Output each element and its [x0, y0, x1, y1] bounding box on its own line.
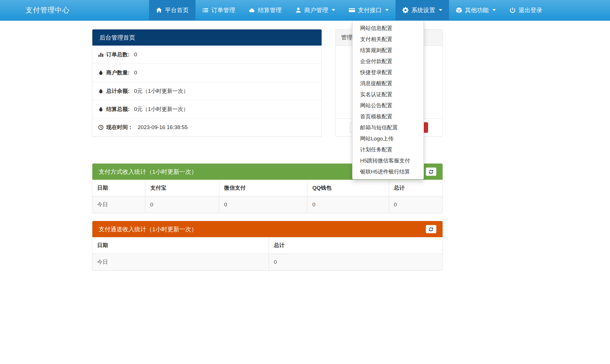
nav-item-label: 其他功能: [465, 6, 489, 14]
admin-info-panel-title: 管理: [341, 34, 352, 41]
refresh-icon: [429, 227, 433, 232]
cell-date: 今日: [92, 196, 145, 213]
nav-item-label: 支付接口: [358, 6, 382, 14]
nav-item-payment-interface[interactable]: 支付接口: [342, 0, 396, 20]
stat-value: 0: [134, 70, 137, 76]
admin-home-panel: 后台管理首页 订单总数: 0 商户数量: 0 总计余额: 0元（1小时更新一次）: [92, 29, 322, 137]
nav-item-logout[interactable]: 退出登录: [503, 0, 549, 20]
payment-channel-income-table: 日期 总计 今日 0: [92, 237, 443, 270]
cloud-icon: [249, 7, 255, 13]
droplet-icon: [98, 106, 104, 112]
gear-icon: [402, 7, 409, 13]
column-header-total: 总计: [269, 237, 443, 254]
caret-down-icon: [385, 9, 389, 11]
list-icon: [202, 7, 209, 13]
stat-row-settlement-total: 结算总额: 0元（1小时更新一次）: [92, 100, 322, 118]
dropdown-item-home-template[interactable]: 首页模板配置: [352, 111, 424, 122]
stat-row-order-total: 订单总数: 0: [92, 46, 322, 63]
stat-label: 商户数量:: [106, 69, 129, 76]
nav-item-label: 结算管理: [258, 6, 282, 14]
stat-label: 结算总额:: [106, 106, 129, 113]
caret-down-icon: [492, 9, 496, 11]
clock-icon: [98, 125, 104, 130]
credit-card-icon: [349, 7, 355, 13]
power-icon: [509, 7, 516, 13]
admin-stats-list: 订单总数: 0 商户数量: 0 总计余额: 0元（1小时更新一次） 结算总额: …: [92, 46, 322, 136]
bar-chart-icon: [98, 52, 104, 57]
column-header-wechat-pay: 微信支付: [219, 180, 307, 196]
nav-item-platform-home[interactable]: 平台首页: [149, 0, 195, 20]
stat-value: 0元（1小时更新一次）: [134, 87, 188, 95]
nav-item-merchant-management[interactable]: 商户管理: [288, 0, 342, 20]
cell-date: 今日: [92, 254, 269, 271]
droplet-icon: [98, 70, 104, 76]
user-icon: [295, 7, 301, 13]
payment-method-income-title: 支付方式收入统计（1小时更新一次）: [99, 168, 197, 176]
stat-row-current-time: 现在时间： 2023-09-16 16:38:55: [92, 118, 322, 136]
stat-value: 0: [134, 52, 137, 58]
cell-alipay: 0: [145, 196, 219, 213]
dropdown-item-cron-tasks[interactable]: 计划任务配置: [352, 144, 424, 155]
table-header-row: 日期 支付宝 微信支付 QQ钱包 总计: [92, 180, 443, 196]
payment-channel-income-header: 支付通道收入统计（1小时更新一次）: [92, 221, 443, 237]
payment-method-income-table: 日期 支付宝 微信支付 QQ钱包 总计 今日 0 0 0 0: [92, 180, 443, 213]
column-header-total: 总计: [389, 180, 443, 196]
stat-row-merchant-count: 商户数量: 0: [92, 63, 322, 82]
dropdown-item-quick-login[interactable]: 快捷登录配置: [352, 67, 424, 78]
stat-label: 订单总数:: [106, 51, 129, 58]
nav-item-label: 平台首页: [165, 6, 189, 14]
nav-item-label: 系统设置: [411, 6, 435, 14]
refresh-icon: [429, 170, 433, 174]
dropdown-item-enterprise-payment[interactable]: 企业付款配置: [352, 56, 424, 67]
column-header-qq-wallet: QQ钱包: [307, 180, 389, 196]
table-header-row: 日期 总计: [92, 237, 443, 254]
dropdown-item-h5-wechat-pay[interactable]: H5跳转微信客服支付: [352, 155, 424, 166]
nav-item-other-functions[interactable]: 其他功能: [449, 0, 503, 20]
stat-row-total-balance: 总计余额: 0元（1小时更新一次）: [92, 82, 322, 100]
admin-home-panel-title: 后台管理首页: [99, 34, 135, 42]
caret-down-icon: [439, 9, 442, 11]
nav-item-settlement-management[interactable]: 结算管理: [242, 0, 288, 20]
cell-total: 0: [269, 254, 443, 271]
cell-qq-wallet: 0: [307, 196, 389, 213]
nav-menu: 平台首页 订单管理 结算管理 商户管理 支付接口: [149, 0, 549, 20]
dropdown-item-mail-sms[interactable]: 邮箱与短信配置: [352, 122, 424, 133]
dropdown-item-settlement-rules[interactable]: 结算规则配置: [352, 45, 424, 56]
dropdown-item-site-info[interactable]: 网站信息配置: [352, 23, 424, 34]
column-header-date: 日期: [92, 237, 269, 254]
dropdown-item-logo-upload[interactable]: 网站Logo上传: [352, 133, 424, 144]
brand-title: 支付管理中心: [25, 0, 70, 20]
nav-item-order-management[interactable]: 订单管理: [195, 0, 242, 20]
dropdown-item-unionpay-h5[interactable]: 银联H5进件银行结算: [352, 166, 424, 177]
table-row-today: 今日 0 0 0 0: [92, 196, 443, 213]
home-icon: [156, 7, 162, 13]
cell-total: 0: [389, 196, 443, 213]
stat-value: 0元（1小时更新一次）: [134, 106, 188, 113]
cube-icon: [456, 7, 462, 13]
table-row-today: 今日 0: [92, 254, 443, 271]
cell-wechat-pay: 0: [219, 196, 307, 213]
payment-channel-income-panel: 支付通道收入统计（1小时更新一次） 日期 总计 今日 0: [92, 221, 443, 271]
column-header-alipay: 支付宝: [145, 180, 219, 196]
dropdown-item-payment-config[interactable]: 支付相关配置: [352, 34, 424, 45]
nav-item-label: 订单管理: [211, 6, 235, 14]
column-header-date: 日期: [92, 180, 145, 196]
stat-label: 现在时间：: [106, 124, 133, 131]
nav-item-label: 退出登录: [518, 6, 542, 14]
refresh-button[interactable]: [426, 168, 436, 176]
payment-channel-income-title: 支付通道收入统计（1小时更新一次）: [99, 225, 197, 233]
droplet-icon: [98, 88, 104, 94]
nav-item-system-settings[interactable]: 系统设置: [396, 0, 449, 20]
dropdown-item-message-reminder[interactable]: 消息提醒配置: [352, 78, 424, 89]
stat-label: 总计余额:: [106, 87, 129, 95]
dropdown-item-site-announcement[interactable]: 网站公告配置: [352, 100, 424, 111]
refresh-button[interactable]: [426, 225, 436, 233]
system-settings-dropdown: 网站信息配置 支付相关配置 结算规则配置 企业付款配置 快捷登录配置 消息提醒配…: [352, 21, 424, 179]
dropdown-item-realname-auth[interactable]: 实名认证配置: [352, 89, 424, 100]
admin-home-panel-header: 后台管理首页: [92, 29, 322, 46]
nav-item-label: 商户管理: [304, 6, 328, 14]
top-navbar: 支付管理中心 平台首页 订单管理 结算管理 商户管理: [0, 0, 610, 21]
stat-value: 2023-09-16 16:38:55: [138, 124, 188, 130]
caret-down-icon: [332, 9, 335, 11]
